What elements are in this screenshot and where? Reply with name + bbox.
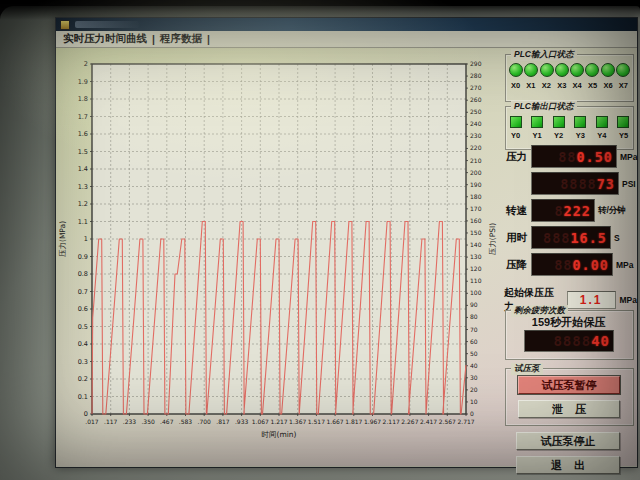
svg-text:.933: .933 bbox=[235, 418, 249, 425]
title-bar bbox=[56, 18, 637, 31]
svg-text:1.667: 1.667 bbox=[327, 418, 344, 425]
plc-input-light-X2 bbox=[540, 63, 554, 77]
svg-text:80: 80 bbox=[470, 313, 478, 320]
application-window: 实时压力时间曲线 | 程序数据 | 00.10.20.30.40.50.60.7… bbox=[55, 17, 638, 468]
plc-output-label: PLC输出口状态 bbox=[511, 101, 577, 113]
plc-input-label-X5: X5 bbox=[586, 81, 599, 90]
svg-text:时间(min): 时间(min) bbox=[262, 430, 297, 439]
plc-input-light-X4 bbox=[570, 63, 584, 77]
readout-unit: 转/分钟 bbox=[598, 205, 626, 217]
svg-text:1.967: 1.967 bbox=[364, 418, 381, 425]
tab-separator: | bbox=[207, 33, 210, 45]
svg-text:0.4: 0.4 bbox=[78, 340, 88, 348]
svg-text:1.7: 1.7 bbox=[78, 113, 88, 121]
svg-text:.700: .700 bbox=[198, 418, 212, 425]
plc-output-label-Y0: Y0 bbox=[509, 131, 522, 140]
readout-led-display: 880.50 bbox=[531, 145, 617, 168]
svg-text:1: 1 bbox=[84, 235, 88, 243]
readout-led-display: 880.00 bbox=[531, 253, 613, 276]
svg-text:0.6: 0.6 bbox=[78, 305, 88, 313]
led-ghost-digits: 88 bbox=[554, 257, 572, 273]
svg-text:220: 220 bbox=[470, 144, 482, 151]
readout-unit: S bbox=[614, 233, 620, 243]
svg-text:1.8: 1.8 bbox=[78, 95, 88, 103]
svg-text:260: 260 bbox=[470, 96, 482, 103]
svg-text:0.8: 0.8 bbox=[78, 270, 88, 278]
svg-text:1.517: 1.517 bbox=[308, 418, 325, 425]
svg-text:120: 120 bbox=[470, 265, 482, 272]
svg-text:200: 200 bbox=[470, 169, 482, 176]
svg-text:110: 110 bbox=[470, 277, 482, 284]
plc-output-light-Y1 bbox=[531, 116, 543, 128]
plc-input-label-X3: X3 bbox=[555, 81, 568, 90]
led-ghost-digits: 888 bbox=[543, 230, 570, 246]
led-ghost-digits: 8888 bbox=[553, 333, 591, 349]
plc-output-light-Y3 bbox=[574, 116, 586, 128]
svg-text:0: 0 bbox=[470, 410, 474, 417]
plc-output-light-Y5 bbox=[617, 116, 629, 128]
plc-input-label-X4: X4 bbox=[571, 81, 584, 90]
readout-led-display: 888873 bbox=[531, 172, 619, 195]
plc-input-channel-labels: X0X1X2X3X4X5X6X7 bbox=[509, 81, 630, 90]
svg-text:170: 170 bbox=[470, 205, 482, 212]
readout-row: 压力880.50MPa bbox=[506, 144, 637, 169]
pressure-relief-button[interactable]: 泄 压 bbox=[518, 400, 620, 418]
monitor-photo: 实时压力时间曲线 | 程序数据 | 00.10.20.30.40.50.60.7… bbox=[0, 0, 640, 480]
plc-input-label-X6: X6 bbox=[602, 81, 615, 90]
hold-countdown-message: 159秒开始保压 bbox=[506, 315, 631, 330]
svg-text:90: 90 bbox=[470, 301, 478, 308]
svg-text:210: 210 bbox=[470, 157, 482, 164]
led-ghost-digits: 8 bbox=[554, 203, 563, 219]
svg-text:30: 30 bbox=[470, 374, 478, 381]
hold-pressure-value: 1.1 bbox=[567, 291, 616, 309]
tab-program-data[interactable]: 程序数据 bbox=[160, 32, 202, 46]
chart-container: 00.10.20.30.40.50.60.70.80.911.11.21.31.… bbox=[56, 52, 502, 458]
plc-input-light-X1 bbox=[524, 63, 538, 77]
svg-text:10: 10 bbox=[470, 398, 478, 405]
plc-output-channel-labels: Y0Y1Y2Y3Y4Y5 bbox=[509, 131, 630, 140]
svg-text:0.7: 0.7 bbox=[78, 288, 88, 296]
plc-input-light-X6 bbox=[601, 63, 615, 77]
plc-input-light-X5 bbox=[585, 63, 599, 77]
svg-text:2.417: 2.417 bbox=[420, 418, 437, 425]
plc-input-group: PLC输入口状态 X0X1X2X3X4X5X6X7 bbox=[505, 54, 634, 102]
svg-text:1.067: 1.067 bbox=[252, 418, 269, 425]
exit-button[interactable]: 退 出 bbox=[516, 456, 620, 474]
svg-text:1.217: 1.217 bbox=[270, 418, 287, 425]
plc-output-label-Y2: Y2 bbox=[552, 131, 565, 140]
plc-input-light-X7 bbox=[616, 63, 630, 77]
plc-output-light-Y0 bbox=[510, 116, 522, 128]
led-ghost-digits: 8888 bbox=[560, 176, 597, 192]
plc-output-label-Y5: Y5 bbox=[617, 131, 630, 140]
svg-text:230: 230 bbox=[470, 132, 482, 139]
svg-text:1.5: 1.5 bbox=[78, 148, 88, 156]
svg-text:2.117: 2.117 bbox=[383, 418, 400, 425]
led-ghost-digits: 88 bbox=[558, 149, 576, 165]
svg-text:2.717: 2.717 bbox=[457, 418, 474, 425]
svg-text:0.1: 0.1 bbox=[78, 393, 88, 401]
plc-output-label-Y1: Y1 bbox=[531, 131, 544, 140]
svg-text:.467: .467 bbox=[160, 418, 174, 425]
svg-text:190: 190 bbox=[470, 181, 482, 188]
svg-text:2.267: 2.267 bbox=[401, 418, 418, 425]
readout-led-display: 8222 bbox=[531, 199, 595, 222]
readout-led-display: 88816.5 bbox=[531, 226, 611, 249]
fatigue-count-display: 888840 bbox=[524, 330, 614, 352]
pressure-time-chart: 00.10.20.30.40.50.60.70.80.911.11.21.31.… bbox=[56, 52, 502, 454]
pump-group-label: 试压泵 bbox=[511, 363, 543, 375]
plc-output-label-Y4: Y4 bbox=[595, 131, 608, 140]
tab-realtime-curve[interactable]: 实时压力时间曲线 bbox=[63, 32, 147, 46]
plc-input-label-X2: X2 bbox=[540, 81, 553, 90]
app-icon bbox=[60, 20, 70, 30]
pump-pause-button[interactable]: 试压泵暂停 bbox=[518, 376, 620, 394]
plc-output-label-Y3: Y3 bbox=[574, 131, 587, 140]
svg-text:2: 2 bbox=[84, 60, 88, 68]
readout-label: 转速 bbox=[506, 204, 531, 218]
pump-group: 试压泵 试压泵暂停 泄 压 bbox=[505, 368, 634, 426]
readout-row: 转速8222转/分钟 bbox=[506, 198, 637, 223]
svg-text:250: 250 bbox=[470, 108, 482, 115]
pump-stop-button[interactable]: 试压泵停止 bbox=[516, 432, 620, 450]
svg-text:1.6: 1.6 bbox=[78, 130, 88, 138]
readout-list: 压力880.50MPa888873PSI转速8222转/分钟用时88816.5S… bbox=[502, 144, 637, 279]
readout-label: 用时 bbox=[506, 231, 531, 245]
